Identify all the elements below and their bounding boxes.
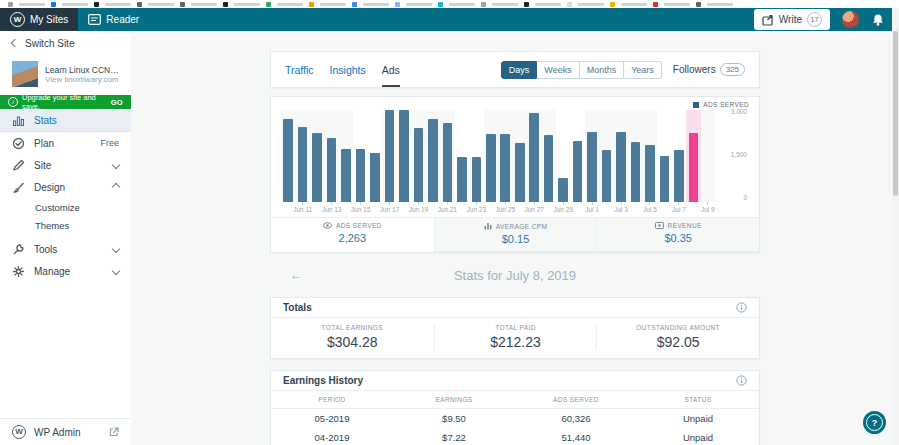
bar-column[interactable]: Jun 19 — [411, 110, 425, 215]
upgrade-go-button[interactable]: GO — [111, 98, 123, 107]
upgrade-banner-text: Upgrade your site and save. — [22, 93, 107, 111]
notifications-bell-icon[interactable] — [871, 13, 885, 27]
bar-column[interactable]: Jun 13 — [324, 110, 338, 215]
scrollbar-thumb[interactable] — [893, 31, 898, 196]
bar-column[interactable]: Jul 7 — [672, 110, 686, 215]
bar-column[interactable] — [628, 110, 642, 215]
bookmark-favicon[interactable] — [51, 2, 56, 7]
bar-column[interactable] — [484, 110, 498, 215]
bar-column[interactable] — [541, 110, 555, 215]
site-avatar — [12, 61, 38, 87]
bar-column[interactable] — [426, 110, 440, 215]
tab-traffic[interactable]: Traffic — [285, 52, 314, 87]
period-days-button[interactable]: Days — [501, 61, 538, 79]
bookmark-favicon[interactable] — [8, 2, 13, 7]
bookmark-favicon[interactable] — [309, 2, 314, 7]
sidebar-item-customize[interactable]: Customize — [0, 198, 131, 216]
wp-admin-link[interactable]: W WP Admin — [0, 418, 131, 445]
bookmark-label — [621, 3, 647, 6]
upgrade-banner[interactable]: i Upgrade your site and save. GO — [0, 95, 131, 109]
bar-column[interactable]: Jun 17 — [382, 110, 396, 215]
bar-column[interactable]: Jun 11 — [295, 110, 309, 215]
bookmark-favicon[interactable] — [266, 2, 271, 7]
sidebar-item-site[interactable]: Site — [0, 154, 131, 176]
sidebar-item-design[interactable]: Design — [0, 176, 131, 198]
bar-column[interactable] — [397, 110, 411, 215]
stat-tab-average-cpm[interactable]: AVERAGE CPM $0.15 — [434, 218, 597, 252]
bookmark-label — [492, 3, 518, 6]
my-sites-button[interactable]: W My Sites — [0, 8, 78, 31]
bookmark-favicon[interactable] — [653, 2, 658, 7]
current-site-card[interactable]: Learn Linux CCNA CEH CCNP IPv6 View linu… — [0, 55, 131, 95]
bar-column[interactable]: Jun 25 — [498, 110, 512, 215]
bar-column[interactable] — [599, 110, 613, 215]
info-icon[interactable] — [736, 375, 747, 386]
chart-y-axis: 3,000 1,500 0 — [715, 110, 757, 215]
bar-column[interactable]: Jul 3 — [614, 110, 628, 215]
bar-column[interactable]: Jun 21 — [440, 110, 454, 215]
tab-insights[interactable]: Insights — [330, 52, 366, 87]
browser-scrollbar — [892, 8, 899, 445]
bar-column[interactable] — [368, 110, 382, 215]
bookmark-favicon[interactable] — [524, 2, 529, 7]
help-button[interactable]: ? — [863, 411, 886, 434]
bookmark-favicon[interactable] — [180, 2, 185, 7]
period-months-button[interactable]: Months — [580, 61, 625, 79]
bar-column[interactable]: Jul 1 — [585, 110, 599, 215]
bar-column[interactable]: Jun 27 — [527, 110, 541, 215]
tab-ads[interactable]: Ads — [382, 52, 400, 87]
wrench-icon — [12, 243, 25, 256]
sidebar-item-themes[interactable]: Themes — [0, 216, 131, 234]
bar-column[interactable] — [339, 110, 353, 215]
chevron-up-icon — [112, 183, 120, 191]
user-avatar[interactable] — [842, 11, 859, 28]
bar-column[interactable]: Jun 23 — [469, 110, 483, 215]
reader-button[interactable]: Reader — [78, 8, 149, 31]
bookmark-label — [449, 3, 475, 6]
sidebar-item-plan[interactable]: Plan Free — [0, 132, 131, 154]
sidebar-item-tools[interactable]: Tools — [0, 238, 131, 260]
bookmark-favicon[interactable] — [352, 2, 357, 7]
bar-column[interactable]: Jul 9 — [701, 110, 715, 215]
bookmark-favicon[interactable] — [94, 2, 99, 7]
sidebar-item-stats[interactable]: Stats — [0, 109, 131, 132]
bar-column[interactable] — [686, 110, 700, 215]
followers-link[interactable]: Followers 325 — [673, 63, 745, 76]
bookmark-label — [19, 3, 45, 6]
write-button[interactable]: Write 17 — [754, 9, 830, 30]
external-link-icon — [109, 427, 119, 437]
sidebar-item-label: Themes — [35, 220, 69, 231]
bar-column[interactable] — [310, 110, 324, 215]
write-label: Write — [779, 14, 802, 25]
bookmark-favicon[interactable] — [137, 2, 142, 7]
x-tick-label: Jul 7 — [672, 202, 686, 215]
bookmark-favicon[interactable] — [395, 2, 400, 7]
bookmark-favicon[interactable] — [567, 2, 572, 7]
previous-day-arrow[interactable]: ← — [290, 268, 302, 282]
period-years-button[interactable]: Years — [624, 61, 662, 79]
bar-column[interactable]: Jul 5 — [643, 110, 657, 215]
bookmark-favicon[interactable] — [696, 2, 701, 7]
bookmark-favicon[interactable] — [610, 2, 615, 7]
switch-site-button[interactable]: Switch Site — [0, 31, 131, 55]
legend-label: ADS SERVED — [703, 101, 749, 108]
bookmark-favicon[interactable] — [223, 2, 228, 7]
bookmark-label — [320, 3, 346, 6]
bar-column[interactable] — [657, 110, 671, 215]
period-weeks-button[interactable]: Weeks — [537, 61, 579, 79]
bookmark-favicon[interactable] — [481, 2, 486, 7]
bar-column[interactable]: Jun 15 — [353, 110, 367, 215]
stat-tab-revenue[interactable]: REVENUE $0.35 — [596, 218, 759, 252]
bar-column[interactable] — [570, 110, 584, 215]
bar-column[interactable] — [513, 110, 527, 215]
bar-column[interactable] — [281, 110, 295, 215]
x-tick-label: Jun 25 — [498, 202, 512, 215]
stat-tab-ads-served[interactable]: ADS SERVED 2,263 — [271, 218, 434, 252]
bar-column[interactable]: Jun 29 — [556, 110, 570, 215]
wp-admin-label: WP Admin — [34, 427, 81, 438]
totals-value: $92.05 — [597, 334, 759, 350]
sidebar-item-manage[interactable]: Manage — [0, 260, 131, 282]
bookmark-favicon[interactable] — [438, 2, 443, 7]
bar-column[interactable] — [455, 110, 469, 215]
info-icon[interactable] — [736, 302, 747, 313]
